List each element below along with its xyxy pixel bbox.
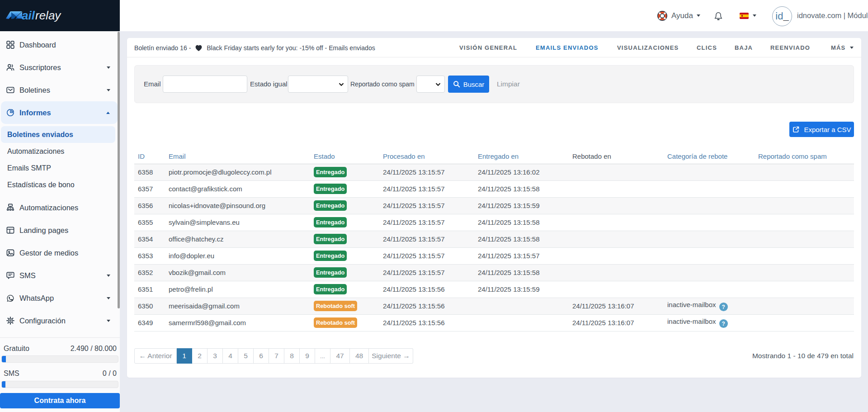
svg-text:ail: ail xyxy=(22,9,35,22)
svg-text:relay: relay xyxy=(35,9,61,22)
